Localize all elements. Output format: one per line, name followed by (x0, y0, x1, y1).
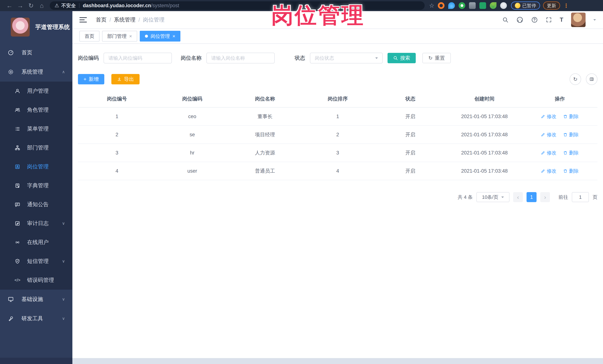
tab-departments[interactable]: 部门管理 × (102, 31, 137, 42)
export-button[interactable]: 导出 (111, 74, 139, 84)
browser-home-button[interactable]: ⌂ (36, 1, 47, 10)
browser-back-button[interactable]: ← (4, 1, 15, 10)
extension-orange-ring-icon[interactable] (438, 2, 444, 9)
breadcrumb-home[interactable]: 首页 (96, 16, 106, 23)
edit-link-label: 修改 (547, 132, 557, 138)
breadcrumb-system[interactable]: 系统管理 (114, 16, 136, 23)
delete-link[interactable]: 删除 (563, 132, 579, 138)
sidebar-item-sms[interactable]: 短信管理 ∨ (0, 252, 72, 271)
goto-page-input[interactable] (572, 192, 589, 202)
avatar-caret-down-icon[interactable] (593, 19, 596, 22)
column-header: 岗位排序 (302, 96, 374, 102)
cell-sort: 3 (302, 150, 374, 156)
sidebar-item-home[interactable]: 首页 (0, 43, 72, 62)
refresh-table-button[interactable]: ↻ (569, 73, 581, 85)
search-icon[interactable] (502, 17, 509, 23)
edit-link[interactable]: 修改 (541, 150, 557, 156)
sidebar-item-system[interactable]: 系统管理 ∧ (0, 62, 72, 82)
edit-link[interactable]: 修改 (541, 168, 557, 174)
status-label: 状态 (295, 55, 305, 62)
tab-label: 岗位管理 (151, 33, 170, 40)
delete-link[interactable]: 删除 (563, 168, 579, 174)
tab-home[interactable]: 首页 (80, 31, 99, 42)
cell-created: 2021-01-05 17:03:48 (447, 132, 522, 138)
help-icon[interactable] (531, 17, 538, 23)
sidebar-item-departments[interactable]: 部门管理 (0, 138, 72, 157)
cell-created: 2021-01-05 17:03:48 (447, 114, 522, 119)
sidebar-item-label: 系统管理 (22, 68, 62, 76)
delete-link-label: 删除 (569, 113, 579, 120)
profile-paused-chip[interactable]: 已暂停 (511, 1, 540, 10)
post-name-input[interactable] (206, 53, 275, 63)
browser-update-button[interactable]: 更新 (543, 1, 560, 10)
tab-close-icon[interactable]: × (173, 33, 175, 39)
user-avatar[interactable] (571, 13, 586, 27)
delete-link-label: 删除 (569, 168, 579, 174)
reset-button[interactable]: ↻ 重置 (422, 53, 451, 63)
security-label[interactable]: 不安全 (61, 2, 76, 9)
sidebar-collapse-icon[interactable] (80, 17, 87, 22)
sidebar-item-infrastructure[interactable]: 基础设施 ∨ (0, 290, 72, 309)
sidebar-item-devtools[interactable]: 研发工具 ∨ (0, 309, 72, 328)
tab-posts[interactable]: 岗位管理 × (140, 31, 180, 42)
sidebar-item-error-codes[interactable]: </> 错误码管理 (0, 271, 72, 290)
breadcrumb-separator: / (109, 17, 111, 23)
font-size-icon[interactable]: T (560, 17, 563, 23)
active-tab-dot (145, 35, 148, 38)
navbar-actions: T (502, 13, 596, 27)
cell-name: 项目经理 (229, 131, 302, 138)
cell-id: 4 (78, 168, 156, 174)
column-settings-button[interactable] (586, 73, 597, 85)
sidebar-item-label: 基础设施 (22, 296, 62, 303)
sidebar-footer-strip (0, 358, 72, 364)
sidebar-item-label: 字典管理 (27, 182, 65, 189)
sidebar-item-label: 通知公告 (27, 201, 65, 208)
extension-paw-icon[interactable] (500, 2, 507, 9)
sidebar-item-menus[interactable]: 菜单管理 (0, 119, 72, 138)
post-code-input[interactable] (104, 53, 172, 63)
page-number-1[interactable]: 1 (527, 192, 536, 202)
fullscreen-icon[interactable] (546, 17, 552, 23)
page-watermark-title: 岗位管理 (271, 1, 365, 30)
sidebar-item-roles[interactable]: 角色管理 (0, 100, 72, 119)
dashboard-icon (7, 50, 14, 56)
browser-forward-button[interactable]: → (15, 1, 26, 10)
sidebar-item-users[interactable]: 用户管理 (0, 82, 72, 100)
edit-link[interactable]: 修改 (541, 132, 557, 138)
add-button[interactable]: + 新增 (78, 74, 104, 84)
prev-page-button[interactable]: ‹ (513, 192, 523, 202)
extension-green-square-icon[interactable] (479, 2, 486, 9)
search-button[interactable]: 搜索 (388, 53, 416, 63)
github-icon[interactable] (516, 16, 523, 23)
user-icon (14, 88, 21, 94)
profile-emoji-icon (515, 3, 521, 8)
sidebar-item-audit-log[interactable]: 审计日志 ∨ (0, 214, 72, 233)
trash-icon (563, 151, 568, 155)
extension-green-check-icon[interactable] (459, 2, 465, 9)
edit-link[interactable]: 修改 (541, 113, 557, 120)
browser-reload-button[interactable]: ↻ (26, 1, 36, 10)
chevron-down-icon: ∨ (62, 316, 65, 321)
sidebar-item-notice[interactable]: 通知公告 (0, 195, 72, 214)
extension-gray-panel-icon[interactable] (469, 2, 476, 9)
status-select[interactable]: 岗位状态 (310, 53, 383, 63)
edit-link-label: 修改 (547, 168, 557, 174)
tab-close-icon[interactable]: × (129, 33, 132, 39)
sidebar-item-dict[interactable]: 字典管理 (0, 176, 72, 195)
extension-leaf-icon[interactable] (490, 2, 497, 9)
bookmark-star-icon[interactable]: ☆ (429, 2, 434, 9)
sidebar-item-online-users[interactable]: 在线用户 (0, 233, 72, 252)
delete-link[interactable]: 删除 (563, 150, 579, 156)
app-title: 芋道管理系统 (35, 23, 70, 31)
browser-menu-kebab-icon[interactable]: ⋮ (563, 2, 569, 9)
page-size-select[interactable]: 10条/页 (476, 192, 510, 202)
app-logo-row[interactable]: 芋道管理系统 (0, 11, 72, 43)
sidebar-item-posts[interactable]: 岗位管理 (0, 157, 72, 176)
extension-blue-drop-icon[interactable] (448, 2, 455, 9)
delete-link[interactable]: 删除 (563, 113, 579, 120)
next-page-button[interactable]: › (540, 192, 550, 202)
sidebar-item-label: 研发工具 (22, 315, 62, 322)
sidebar-item-label: 岗位管理 (27, 163, 65, 170)
url-host: dashboard.yudao.iocoder.cn (83, 3, 151, 9)
address-bar[interactable]: ⚠ 不安全 dashboard.yudao.iocoder.cn /system… (50, 1, 425, 10)
